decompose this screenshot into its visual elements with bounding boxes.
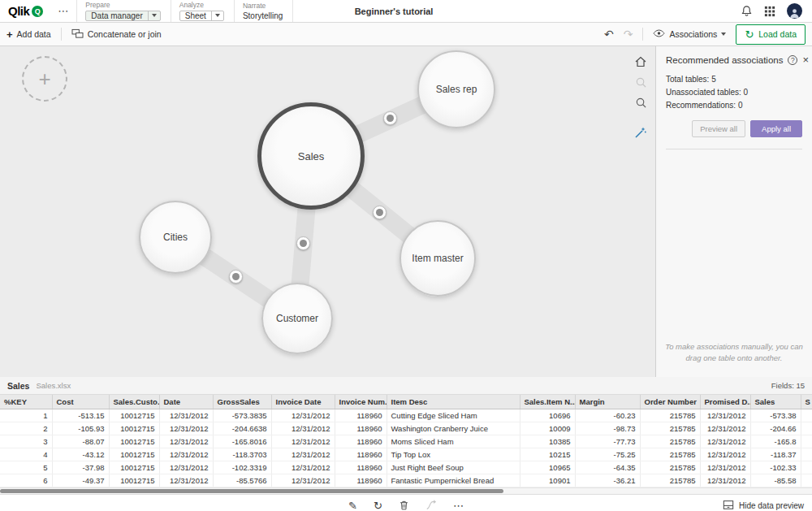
data-manager-dropdown[interactable]: Data manager bbox=[85, 11, 160, 21]
more-options-icon[interactable]: ⋯ bbox=[453, 500, 464, 511]
column-header[interactable]: GrossSales bbox=[213, 395, 271, 409]
table-cell bbox=[801, 474, 812, 487]
column-header[interactable]: Sales bbox=[750, 395, 801, 409]
preview-file-name: Sales.xlsx bbox=[36, 381, 71, 390]
concatenate-button[interactable]: Concatenate or join bbox=[71, 28, 162, 41]
table-cell: -85.58 bbox=[750, 474, 801, 487]
column-header[interactable]: Sales.Item N... bbox=[520, 395, 575, 409]
qlik-logo[interactable]: Qlik Q bbox=[0, 0, 50, 22]
table-bubble-sales[interactable]: Sales bbox=[257, 102, 365, 210]
preview-header: Sales Sales.xlsx Fields: 15 bbox=[0, 377, 812, 395]
table-cell: 10012715 bbox=[109, 435, 159, 448]
table-cell: 12/31/2012 bbox=[159, 435, 213, 448]
add-table-dropzone[interactable]: + bbox=[22, 56, 67, 102]
table-cell: 118960 bbox=[335, 448, 387, 461]
association-node[interactable] bbox=[373, 206, 387, 219]
column-header[interactable]: S bbox=[801, 395, 812, 409]
table-row: 1-513.151001271512/31/2012-573.383512/31… bbox=[0, 409, 812, 422]
apply-all-button[interactable]: Apply all bbox=[750, 120, 802, 137]
user-avatar[interactable] bbox=[787, 3, 802, 19]
horizontal-scrollbar[interactable] bbox=[0, 487, 812, 494]
home-icon[interactable] bbox=[633, 54, 648, 69]
table-cell: -64.35 bbox=[575, 461, 640, 474]
column-header[interactable]: Invoice Num... bbox=[335, 395, 387, 409]
column-header[interactable]: Sales.Custo... bbox=[109, 395, 159, 409]
scrollbar-thumb[interactable] bbox=[0, 489, 503, 493]
table-cell: -118.37 bbox=[750, 448, 801, 461]
table-cell: 12/31/2012 bbox=[159, 422, 213, 435]
plus-icon: + bbox=[6, 29, 13, 40]
column-header[interactable]: Order Number bbox=[640, 395, 700, 409]
chevron-down-icon[interactable] bbox=[211, 11, 223, 20]
table-cell: 12/31/2012 bbox=[271, 474, 335, 487]
table-cell: Tip Top Lox bbox=[387, 448, 520, 461]
association-canvas[interactable]: + Sales rep Sales Cities Item master Cus… bbox=[0, 46, 655, 377]
table-bubble-item-master[interactable]: Item master bbox=[400, 220, 476, 297]
table-cell: -88.07 bbox=[52, 435, 109, 448]
association-node[interactable] bbox=[383, 111, 397, 125]
table-cell: 12/31/2012 bbox=[271, 461, 335, 474]
table-row: 3-88.071001271512/31/2012-165.801612/31/… bbox=[0, 435, 812, 448]
column-header[interactable]: Invoice Date bbox=[271, 395, 335, 409]
close-icon[interactable]: × bbox=[802, 54, 809, 65]
sheet-dropdown[interactable]: Sheet bbox=[179, 11, 224, 21]
sheet-value: Sheet bbox=[180, 11, 211, 20]
table-cell: -77.73 bbox=[575, 435, 640, 448]
qlik-logo-text: Qlik bbox=[8, 4, 29, 18]
column-header[interactable]: Promised D... bbox=[700, 395, 750, 409]
table-cell: 12/31/2012 bbox=[700, 409, 750, 422]
association-node[interactable] bbox=[296, 236, 310, 250]
association-node[interactable] bbox=[229, 270, 243, 284]
global-menu-icon[interactable]: ⋯ bbox=[50, 0, 76, 22]
load-data-icon: ↻ bbox=[745, 29, 754, 40]
table-cell: -573.38 bbox=[750, 409, 801, 422]
column-header[interactable]: Date bbox=[159, 395, 213, 409]
magic-wand-icon[interactable] bbox=[633, 125, 648, 140]
associations-dropdown[interactable]: Associations bbox=[653, 28, 726, 40]
table-cell: -513.15 bbox=[52, 409, 109, 422]
table-cell: -85.5766 bbox=[213, 474, 271, 487]
chevron-down-icon[interactable] bbox=[148, 11, 160, 20]
zoom-in-icon[interactable] bbox=[633, 95, 648, 110]
table-cell: 1 bbox=[0, 409, 52, 422]
notifications-bell-icon[interactable] bbox=[741, 5, 753, 17]
column-header[interactable]: Item Desc bbox=[387, 395, 520, 409]
table-cell: 215785 bbox=[640, 435, 700, 448]
table-cell: 12/31/2012 bbox=[271, 409, 335, 422]
table-bubble-customer[interactable]: Customer bbox=[261, 283, 333, 354]
column-header[interactable]: %KEY bbox=[0, 395, 52, 409]
association-hint-text: To make associations manually, you can d… bbox=[664, 341, 804, 364]
table-cell: 10012715 bbox=[109, 422, 159, 435]
table-cell: 12/31/2012 bbox=[159, 474, 213, 487]
storytelling-link[interactable]: Storytelling bbox=[243, 11, 283, 20]
table-row: 6-49.371001271512/31/2012-85.576612/31/2… bbox=[0, 474, 812, 487]
app-grid-icon[interactable] bbox=[764, 6, 775, 17]
top-bar-right bbox=[741, 0, 812, 22]
column-header[interactable]: Margin bbox=[575, 395, 640, 409]
preview-all-button[interactable]: Preview all bbox=[692, 120, 745, 137]
table-cell: Just Right Beef Soup bbox=[387, 461, 520, 474]
column-header[interactable]: Cost bbox=[52, 395, 109, 409]
table-cell: -36.21 bbox=[575, 474, 640, 487]
table-cell: 12/31/2012 bbox=[700, 448, 750, 461]
table-cell: 215785 bbox=[640, 422, 700, 435]
table-cell: 10901 bbox=[520, 474, 575, 487]
table-cell: 12/31/2012 bbox=[271, 448, 335, 461]
panel-actions: Preview all Apply all bbox=[666, 120, 802, 149]
load-data-button[interactable]: ↻ Load data bbox=[736, 24, 806, 45]
preview-footer: ✎ ↻ ⋯ Hide data preview bbox=[0, 494, 812, 511]
add-data-button[interactable]: + Add data bbox=[6, 29, 51, 40]
table-bubble-sales-rep[interactable]: Sales rep bbox=[417, 50, 495, 128]
table-bubble-cities[interactable]: Cities bbox=[139, 201, 212, 274]
table-cell bbox=[801, 448, 812, 461]
panel-stats: Total tables: 5 Unassociated tables: 0 R… bbox=[666, 73, 802, 112]
table-cell: 12/31/2012 bbox=[159, 409, 213, 422]
reload-table-icon[interactable]: ↻ bbox=[374, 500, 382, 511]
table-cell: 10012715 bbox=[109, 474, 159, 487]
undo-icon[interactable]: ↶ bbox=[604, 28, 614, 40]
preview-table-name[interactable]: Sales bbox=[7, 381, 29, 391]
hide-data-preview-button[interactable]: Hide data preview bbox=[723, 500, 804, 511]
help-icon[interactable]: ? bbox=[788, 55, 797, 65]
delete-table-icon[interactable] bbox=[399, 500, 409, 511]
edit-table-icon[interactable]: ✎ bbox=[348, 500, 357, 511]
